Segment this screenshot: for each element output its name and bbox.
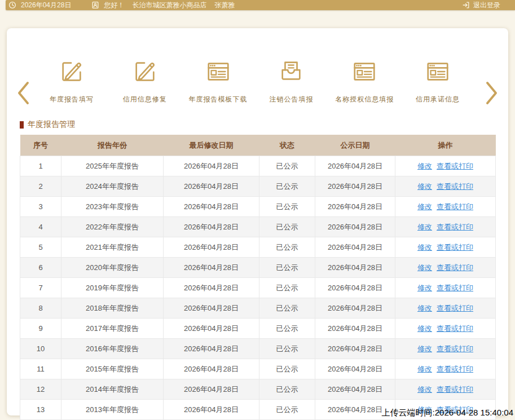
cell-status: 已公示	[259, 379, 315, 400]
view-print-link[interactable]: 查看或打印	[437, 284, 473, 292]
carousel-item-label: 年度报告模板下载	[182, 95, 255, 104]
view-print-link[interactable]: 查看或打印	[437, 223, 473, 231]
company-name: 长治市城区萧雅小商品店	[132, 1, 206, 10]
edit-link[interactable]: 修改	[417, 263, 432, 272]
annual-report-table: 序号 报告年份 最后修改日期 状态 公示日期 操作 12025年年度报告2026…	[20, 135, 496, 420]
cell-index: 2	[20, 176, 61, 197]
cell-publish-date: 2026年04月28日	[315, 298, 395, 319]
view-print-link[interactable]: 查看或打印	[437, 202, 473, 211]
edit-link[interactable]: 修改	[417, 202, 432, 211]
cell-modified-date: 2026年04月28日	[164, 197, 259, 217]
column-header-actions: 操作	[395, 135, 496, 156]
edit-link[interactable]: 修改	[417, 324, 432, 333]
cell-actions: 修改查看或打印	[395, 359, 496, 379]
carousel-item-credit-info-repair[interactable]: 信用信息修复	[108, 59, 182, 104]
logout-label: 退出登录	[473, 1, 500, 10]
cell-index: 11	[20, 359, 61, 379]
edit-link[interactable]: 修改	[417, 182, 432, 191]
edit-icon	[59, 59, 85, 85]
table-header-row: 序号 报告年份 最后修改日期 状态 公示日期 操作	[20, 135, 496, 156]
cell-publish-date: 2026年04月28日	[315, 197, 395, 217]
section-title-label: 年度报告管理	[28, 120, 75, 130]
cell-actions: 修改查看或打印	[395, 176, 496, 197]
carousel-prev-button[interactable]	[16, 80, 30, 106]
carousel-next-button[interactable]	[485, 80, 499, 106]
view-print-link[interactable]: 查看或打印	[437, 344, 473, 353]
cell-publish-date: 2026年04月28日	[315, 319, 395, 339]
cell-actions: 修改查看或打印	[395, 197, 496, 217]
cell-report-year: 2015年年度报告	[61, 359, 164, 379]
cell-publish-date: 2026年04月28日	[315, 258, 395, 278]
cell-status: 已公示	[259, 237, 315, 258]
cell-report-year: 2025年年度报告	[61, 156, 164, 176]
carousel-item-cancellation-notice-fill[interactable]: 注销公告填报	[254, 59, 328, 104]
column-header-publish-date: 公示日期	[315, 135, 395, 156]
inbox-icon	[278, 59, 304, 85]
main-card: 年度报告填写信用信息修复年度报告模板下载注销公告填报名称授权信息填报信用承诺信息…	[7, 28, 508, 415]
table-row: 12025年年度报告2026年04月28日已公示2026年04月28日修改查看或…	[20, 156, 496, 176]
edit-icon	[132, 59, 158, 85]
edit-link[interactable]: 修改	[417, 344, 432, 353]
cell-status: 已公示	[259, 319, 315, 339]
view-print-link[interactable]: 查看或打印	[437, 365, 473, 373]
view-print-link[interactable]: 查看或打印	[437, 182, 473, 191]
edit-link[interactable]: 修改	[417, 284, 432, 292]
table-row: 22024年年度报告2026年04月28日已公示2026年04月28日修改查看或…	[20, 176, 496, 197]
cell-modified-date: 2026年04月28日	[164, 217, 259, 237]
cell-index: 4	[20, 217, 61, 237]
section-bullet-icon	[20, 121, 24, 129]
column-header-modified-date: 最后修改日期	[164, 135, 259, 156]
cell-publish-date: 2026年04月28日	[315, 217, 395, 237]
cell-modified-date: 2026年04月28日	[164, 339, 259, 359]
cell-status: 已公示	[259, 217, 315, 237]
cell-report-year: 2017年年度报告	[61, 319, 164, 339]
edit-link[interactable]: 修改	[417, 243, 432, 251]
cell-modified-date: 2026年04月28日	[164, 156, 259, 176]
cell-index: 10	[20, 339, 61, 359]
current-date: 2026年04月28日	[21, 1, 71, 10]
cell-actions: 修改查看或打印	[395, 237, 496, 258]
carousel-item-credit-commitment-info[interactable]: 信用承诺信息	[401, 59, 474, 104]
table-row: 92017年年度报告2026年04月28日已公示2026年04月28日修改查看或…	[20, 319, 496, 339]
carousel-item-label: 年度报告填写	[35, 95, 108, 104]
view-print-link[interactable]: 查看或打印	[437, 385, 473, 394]
carousel-item-annual-report-fill[interactable]: 年度报告填写	[35, 59, 108, 104]
logout-button[interactable]: 退出登录	[462, 1, 500, 10]
carousel-item-name-authorization-info-fill[interactable]: 名称授权信息填报	[328, 59, 401, 104]
cell-index: 7	[20, 278, 61, 298]
cell-status: 已公示	[259, 258, 315, 278]
view-print-link[interactable]: 查看或打印	[437, 324, 473, 333]
logout-icon	[462, 1, 470, 9]
cell-actions: 修改查看或打印	[395, 258, 496, 278]
cell-publish-date: 2026年04月28日	[315, 176, 395, 197]
edit-link[interactable]: 修改	[417, 223, 432, 231]
cell-modified-date: 2026年04月28日	[164, 176, 259, 197]
clock-icon	[8, 1, 16, 9]
cell-actions: 修改查看或打印	[395, 217, 496, 237]
view-print-link[interactable]: 查看或打印	[437, 304, 473, 312]
column-header-status: 状态	[259, 135, 315, 156]
edit-link[interactable]: 修改	[417, 385, 432, 394]
cell-status: 已公示	[259, 156, 315, 176]
view-print-link[interactable]: 查看或打印	[437, 263, 473, 272]
cell-modified-date: 2026年04月28日	[164, 258, 259, 278]
column-header-index: 序号	[20, 135, 61, 156]
cell-status: 已公示	[259, 298, 315, 319]
cell-index: 5	[20, 237, 61, 258]
carousel-item-annual-report-template-download[interactable]: 年度报告模板下载	[182, 59, 255, 104]
cell-index: 6	[20, 258, 61, 278]
cell-publish-date: 2026年04月28日	[315, 156, 395, 176]
edit-link[interactable]: 修改	[417, 162, 432, 170]
edit-link[interactable]: 修改	[417, 365, 432, 373]
cell-modified-date: 2026年04月28日	[164, 359, 259, 379]
cell-index: 1	[20, 156, 61, 176]
edit-link[interactable]: 修改	[417, 304, 432, 312]
cell-publish-date: 2026年04月28日	[315, 237, 395, 258]
cell-report-year: 2016年年度报告	[61, 339, 164, 359]
view-print-link[interactable]: 查看或打印	[437, 243, 473, 251]
cell-index: 13	[20, 400, 61, 420]
cell-status: 已公示	[259, 278, 315, 298]
view-print-link[interactable]: 查看或打印	[437, 162, 473, 170]
cell-index: 9	[20, 319, 61, 339]
table-row: 52021年年度报告2026年04月28日已公示2026年04月28日修改查看或…	[20, 237, 496, 258]
